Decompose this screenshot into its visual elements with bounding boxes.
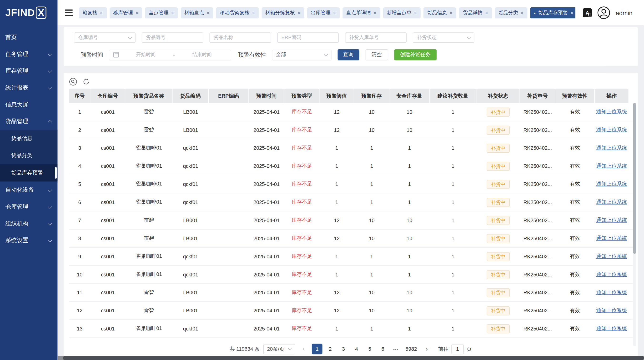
- tab-close-icon[interactable]: ×: [297, 10, 300, 15]
- filter-input-货品名称[interactable]: 货品名称: [209, 32, 271, 42]
- notify-upper-system-link[interactable]: 通知上位系统: [596, 253, 627, 260]
- filter-placeholder: 货品名称: [214, 34, 234, 41]
- notify-upper-system-link[interactable]: 通知上位系统: [596, 325, 627, 332]
- tab-箱复核[interactable]: 箱复核×: [79, 7, 107, 18]
- tab-close-icon[interactable]: ×: [570, 10, 573, 15]
- tab-料箱分拣复核[interactable]: 料箱分拣复核×: [262, 7, 304, 18]
- search-button[interactable]: 查询: [338, 49, 359, 60]
- pagination-pages: 123456•••5982: [312, 344, 418, 354]
- page-button-6[interactable]: 6: [378, 344, 388, 354]
- sidebar-item-货品库存预警[interactable]: 货品库存预警: [0, 164, 58, 182]
- tab-label: 盘点管理: [149, 9, 168, 16]
- pagination-ellipsis[interactable]: •••: [390, 344, 401, 354]
- notify-upper-system-link[interactable]: 通知上位系统: [596, 181, 627, 188]
- sidebar-item-信息大屏[interactable]: 信息大屏: [0, 96, 58, 113]
- cell-仓库编号: cs001: [90, 302, 125, 320]
- notify-upper-system-link[interactable]: 通知上位系统: [596, 144, 627, 152]
- notify-upper-system-link[interactable]: 通知上位系统: [596, 162, 627, 170]
- filter-input-货品编号[interactable]: 货品编号: [142, 32, 204, 42]
- tab-close-icon[interactable]: ×: [252, 10, 255, 15]
- tab-盘点管理[interactable]: 盘点管理×: [145, 7, 178, 18]
- refresh-icon[interactable]: [82, 78, 90, 86]
- sidebar-item-自动化设备[interactable]: 自动化设备: [0, 182, 58, 198]
- next-page-button[interactable]: ›: [422, 344, 431, 354]
- notify-upper-system-link[interactable]: 通知上位系统: [596, 108, 627, 115]
- cell-预警库存: 1: [354, 157, 390, 175]
- collapse-sidebar-icon[interactable]: [65, 10, 73, 16]
- page-button-3[interactable]: 3: [338, 344, 349, 354]
- page-button-1[interactable]: 1: [312, 344, 322, 354]
- sidebar-item-货品分类[interactable]: 货品分类: [0, 147, 58, 164]
- cell-货品编码: qckf01: [172, 193, 209, 211]
- notify-upper-system-link[interactable]: 通知上位系统: [596, 289, 627, 296]
- sidebar-item-首页[interactable]: 首页: [0, 29, 58, 46]
- vertical-scrollbar-thumb[interactable]: [633, 103, 636, 254]
- notify-upper-system-link[interactable]: 通知上位系统: [596, 235, 627, 242]
- cell-预警类型: 库存不足: [284, 157, 320, 175]
- tab-新增盘点单[interactable]: 新增盘点单×: [383, 7, 421, 18]
- search-icon[interactable]: [69, 78, 77, 86]
- tab-close-icon[interactable]: ×: [450, 10, 452, 15]
- horizontal-scrollbar-thumb[interactable]: [63, 356, 644, 360]
- notify-upper-system-link[interactable]: 通知上位系统: [596, 307, 627, 314]
- avatar[interactable]: [597, 6, 610, 19]
- tab-货品库存预警[interactable]: ●货品库存预警×: [530, 7, 576, 18]
- tab-货品信息[interactable]: 货品信息×: [424, 7, 456, 18]
- tab-货品详情[interactable]: 货品详情×: [459, 7, 492, 18]
- tab-close-icon[interactable]: ×: [521, 10, 524, 15]
- table-row: 9cs001雀巢咖啡01qckf012025-04-01库存不足1111补货中R…: [69, 248, 632, 266]
- warning-time-range-input[interactable]: 开始时间 - 结束时间: [109, 50, 231, 60]
- filter-input-仓库编号[interactable]: 仓库编号: [74, 32, 136, 42]
- cell-预警时间: 2025-04-01: [249, 248, 284, 265]
- prev-page-button[interactable]: ‹: [299, 344, 308, 354]
- tab-close-icon[interactable]: ×: [206, 10, 210, 15]
- tab-移库管理[interactable]: 移库管理×: [110, 7, 142, 18]
- tab-货品分类[interactable]: 货品分类×: [495, 7, 527, 18]
- filter-input-ERP编码[interactable]: ERP编码: [277, 32, 339, 42]
- tab-料箱盘点[interactable]: 料箱盘点×: [180, 7, 213, 18]
- tab-close-icon[interactable]: ×: [374, 10, 376, 15]
- sidebar-item-货品管理[interactable]: 货品管理: [0, 113, 58, 130]
- page-button-5982[interactable]: 5982: [404, 344, 419, 354]
- goto-page-input[interactable]: [451, 344, 464, 354]
- sidebar-item-系统设置[interactable]: 系统设置: [0, 232, 58, 249]
- vertical-scrollbar[interactable]: [633, 103, 636, 346]
- sidebar-item-仓库管理[interactable]: 仓库管理: [0, 198, 58, 215]
- notify-upper-system-link[interactable]: 通知上位系统: [596, 271, 627, 278]
- language-switch-icon[interactable]: A: [583, 8, 592, 17]
- tab-close-icon[interactable]: ×: [414, 10, 417, 15]
- tab-close-icon[interactable]: ×: [333, 10, 336, 15]
- sidebar-item-任务管理[interactable]: 任务管理: [0, 46, 58, 62]
- sidebar-item-组织机构[interactable]: 组织机构: [0, 215, 58, 232]
- notify-upper-system-link[interactable]: 通知上位系统: [596, 199, 627, 206]
- sidebar-item-库存管理[interactable]: 库存管理: [0, 62, 58, 79]
- filter-input-补货入库单号[interactable]: 补货入库单号: [345, 32, 407, 42]
- cell-补货单号: RK250402...: [520, 302, 555, 320]
- cell-补货状态: 补货中: [476, 248, 520, 265]
- horizontal-scrollbar[interactable]: [58, 356, 644, 360]
- tab-盘点单详情[interactable]: 盘点单详情×: [343, 7, 380, 18]
- page-button-2[interactable]: 2: [325, 344, 336, 354]
- tab-close-icon[interactable]: ×: [135, 10, 138, 15]
- column-header-序号: 序号: [69, 89, 90, 103]
- tab-close-icon[interactable]: ×: [171, 10, 174, 15]
- tab-close-icon[interactable]: ×: [100, 10, 103, 15]
- sidebar-item-统计报表[interactable]: 统计报表: [0, 79, 58, 96]
- page-size-select[interactable]: 20条/页: [264, 344, 296, 354]
- filter-input-补货状态[interactable]: 补货状态: [413, 32, 474, 42]
- tab-移动货架复核[interactable]: 移动货架复核×: [216, 7, 259, 18]
- cell-序号: 13: [69, 320, 90, 338]
- create-replenish-task-button[interactable]: 创建补货任务: [394, 49, 436, 60]
- page-button-5[interactable]: 5: [364, 344, 375, 354]
- cell-安全库存量: 1: [390, 157, 430, 175]
- warning-validity-select[interactable]: 全部: [272, 50, 331, 60]
- tab-close-icon[interactable]: ×: [485, 10, 488, 15]
- clear-button[interactable]: 清空: [365, 49, 388, 60]
- cell-补货状态: 补货中: [476, 157, 520, 175]
- sidebar-item-货品信息[interactable]: 货品信息: [0, 130, 58, 147]
- tab-出库管理[interactable]: 出库管理×: [307, 7, 340, 18]
- notify-upper-system-link[interactable]: 通知上位系统: [596, 126, 627, 133]
- status-badge: 补货中: [487, 144, 510, 152]
- page-button-4[interactable]: 4: [351, 344, 362, 354]
- notify-upper-system-link[interactable]: 通知上位系统: [596, 217, 627, 224]
